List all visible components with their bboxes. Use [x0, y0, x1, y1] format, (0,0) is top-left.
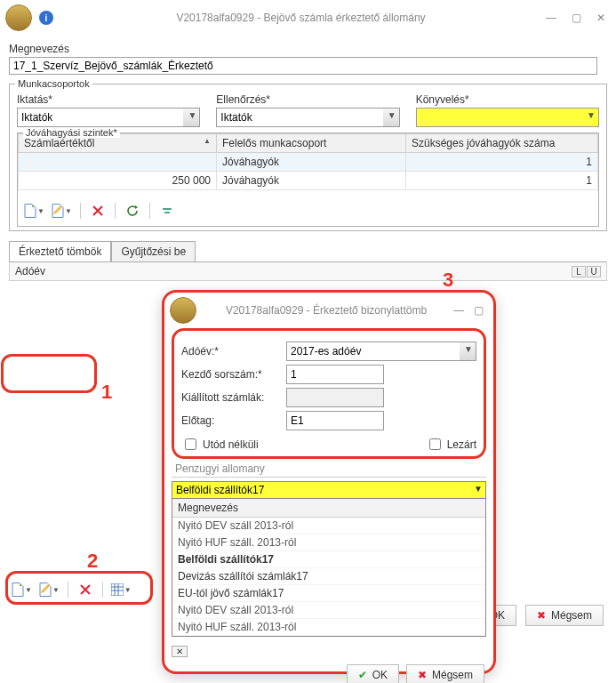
edit-button[interactable]: ▼ — [49, 201, 75, 221]
iktatas-select[interactable] — [17, 108, 200, 127]
dialog-cancel-button[interactable]: ✖Mégsem — [406, 664, 484, 683]
col-l[interactable]: L — [572, 266, 586, 277]
kiallitott-input — [286, 388, 384, 407]
dialog-erkezteto-bizonylattomb: V20178alfa0929 - Érkeztető bizonylattömb… — [162, 290, 496, 674]
col-felelos[interactable]: Felelős munkacsoport — [217, 134, 406, 153]
lezart-label: Lezárt — [447, 438, 476, 451]
delete-button-2[interactable] — [74, 580, 97, 599]
list-item[interactable]: Nyitó HUF száll. 2013-ról — [172, 619, 485, 636]
dialog-title: V20178alfa0929 - Érkeztető bizonylattömb — [204, 304, 449, 317]
elotag-label: Előtag: — [181, 414, 279, 427]
kiallitott-label: Kiállított számlák: — [181, 391, 279, 404]
elotag-input[interactable] — [286, 411, 384, 430]
col-szukseges[interactable]: Szükséges jóváhagyók száma — [406, 134, 598, 153]
tab-erkezteto-tombok[interactable]: Érkeztető tömbök — [9, 241, 111, 262]
app-icon — [5, 4, 32, 31]
ellenorzes-label: Ellenőrzés* — [216, 93, 399, 106]
utod-checkbox[interactable] — [185, 438, 196, 450]
grid-options-button[interactable]: ▼ — [108, 580, 134, 599]
info-icon[interactable]: i — [39, 11, 53, 25]
adoev-select[interactable] — [286, 342, 476, 361]
dialog-maximize-button[interactable]: ▢ — [468, 302, 488, 318]
app-icon — [170, 297, 196, 324]
list-item[interactable]: Nyitó DEV száll 2013-ról — [172, 518, 485, 534]
konyveles-label: Könyvelés* — [416, 93, 599, 106]
svg-rect-0 — [163, 208, 172, 210]
kezdo-label: Kezdő sorszám:* — [181, 368, 279, 381]
szintek-grid[interactable]: Számlaértéktől▲ Felelős munkacsoport Szü… — [18, 133, 598, 190]
annot-2: 2 — [87, 551, 98, 571]
list-item[interactable]: EU-tól jövő számlák17 — [172, 585, 485, 602]
list-item[interactable]: Belföldi szállítók17 — [172, 551, 485, 568]
edit-button-2[interactable]: ▼ — [36, 580, 62, 599]
chevron-down-icon: ▼ — [474, 484, 483, 494]
dialog-minimize-button[interactable]: — — [449, 302, 468, 318]
dialog-ok-button[interactable]: ✔OK — [347, 664, 399, 683]
window-title: V20178alfa0929 - Bejövő számla érkeztető… — [60, 12, 541, 24]
annot-1: 1 — [101, 382, 112, 402]
close-dropdown-button[interactable]: ✕ — [172, 646, 188, 657]
tab-gyujtozesi[interactable]: Gyűjtőzési be — [111, 241, 196, 262]
adoev-label: Adóév:* — [181, 345, 279, 358]
dropdown-header: Megnevezés — [172, 499, 485, 518]
megnevezes-label: Megnevezés — [9, 43, 607, 55]
szintek-legend: Jóváhagyási szintek* — [23, 127, 120, 138]
svg-rect-1 — [164, 212, 170, 213]
selector-caption: Penzugyi allomany — [172, 461, 486, 478]
maximize-button[interactable]: ▢ — [566, 10, 586, 26]
kezdo-input[interactable] — [286, 365, 384, 384]
delete-button[interactable] — [86, 201, 109, 221]
refresh-button[interactable] — [121, 201, 144, 221]
filter-button[interactable] — [156, 201, 179, 221]
iktatas-label: Iktatás* — [17, 93, 200, 106]
allomany-dropdown[interactable]: Megnevezés Nyitó DEV száll 2013-ról Nyit… — [172, 499, 486, 637]
close-button[interactable]: ✕ — [591, 10, 611, 26]
grid2-header[interactable]: Adóév L U — [9, 261, 607, 281]
col-u[interactable]: U — [587, 266, 601, 277]
new-button[interactable]: ▼ — [21, 201, 47, 221]
konyveles-select[interactable] — [416, 108, 599, 127]
munkacsoportok-legend: Munkacsoportok — [15, 78, 92, 89]
cancel-button[interactable]: ✖Mégsem — [525, 605, 604, 626]
sort-asc-icon: ▲ — [204, 137, 211, 145]
utod-label: Utód nélküli — [203, 438, 259, 451]
list-item[interactable]: Nyitó DEV száll 2013-ról — [172, 602, 485, 619]
megnevezes-input[interactable] — [9, 57, 597, 75]
ellenorzes-select[interactable] — [216, 108, 399, 127]
lezart-checkbox[interactable] — [429, 438, 441, 450]
list-item[interactable]: Devizás szállítói számlák17 — [172, 568, 485, 585]
svg-rect-2 — [111, 583, 124, 596]
allomany-select[interactable] — [172, 481, 486, 499]
new-button-2[interactable]: ▼ — [9, 580, 35, 599]
minimize-button[interactable]: — — [541, 10, 561, 26]
table-row[interactable]: Jóváhagyók 1 — [19, 153, 598, 172]
table-row[interactable]: 250 000 Jóváhagyók 1 — [19, 172, 598, 190]
list-item[interactable]: Nyitó HUF száll. 2013-ról — [172, 534, 485, 551]
